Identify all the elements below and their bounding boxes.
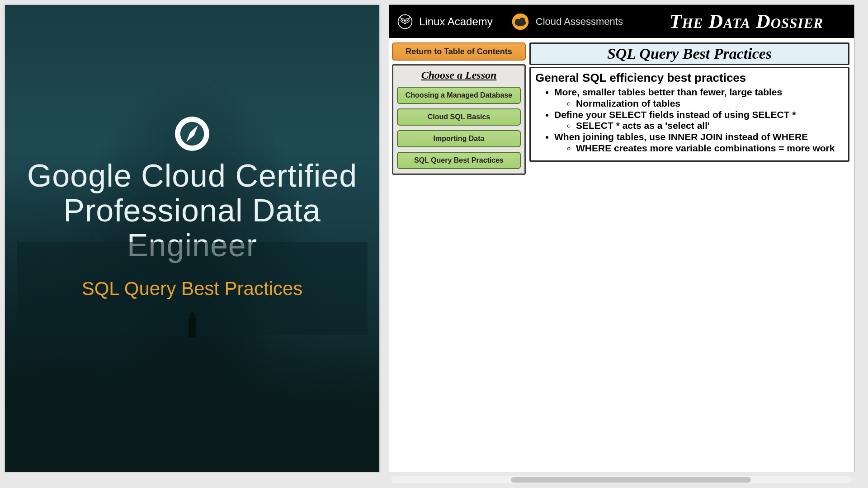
sub-bullet-item: SELECT * acts as a 'select all' bbox=[576, 120, 844, 131]
bullet-item: Define your SELECT fields instead of usi… bbox=[554, 109, 844, 132]
choose-lesson-panel: Choose a Lesson Choosing a Managed Datab… bbox=[392, 64, 526, 175]
course-cover-slide: Google Cloud Certified Professional Data… bbox=[5, 5, 380, 472]
linux-academy-label: Linux Academy bbox=[419, 15, 493, 28]
dossier-title: The Data Dossier bbox=[670, 10, 823, 33]
return-to-toc-button[interactable]: Return to Table of Contents bbox=[392, 42, 526, 61]
bullet-list: More, smaller tables better than fewer, … bbox=[554, 87, 844, 154]
svg-marker-9 bbox=[404, 22, 406, 23]
lesson-button[interactable]: SQL Query Best Practices bbox=[397, 152, 521, 169]
svg-point-7 bbox=[402, 20, 403, 21]
dossier-pane: Linux Academy Cloud Assessments The Data… bbox=[389, 5, 854, 472]
bullet-text: When joining tables, use INNER JOIN inst… bbox=[554, 131, 808, 142]
svg-point-13 bbox=[519, 17, 525, 23]
compass-icon bbox=[175, 117, 209, 151]
course-subtitle: SQL Query Best Practices bbox=[82, 278, 303, 300]
person-silhouette-icon bbox=[187, 312, 198, 348]
bullet-text: Define your SELECT fields instead of usi… bbox=[554, 109, 796, 120]
choose-lesson-heading: Choose a Lesson bbox=[397, 69, 521, 81]
cloud-assessments-icon bbox=[511, 13, 529, 31]
return-to-toc-label: Return to Table of Contents bbox=[406, 47, 512, 56]
lesson-label: Importing Data bbox=[434, 135, 485, 143]
svg-point-3 bbox=[190, 132, 194, 136]
svg-point-4 bbox=[398, 14, 412, 28]
content-box: General SQL efficiency best practices Mo… bbox=[529, 67, 849, 162]
svg-point-8 bbox=[407, 20, 408, 21]
lesson-label: Cloud SQL Basics bbox=[428, 113, 490, 121]
right-horizontal-scrollbar[interactable] bbox=[391, 476, 852, 483]
lesson-label: Choosing a Managed Database bbox=[406, 91, 513, 99]
lesson-button[interactable]: Choosing a Managed Database bbox=[397, 87, 521, 104]
bullet-text: More, smaller tables better than fewer, … bbox=[554, 87, 782, 97]
bullet-item: More, smaller tables better than fewer, … bbox=[554, 87, 844, 109]
sub-bullet-item: Normalization of tables bbox=[576, 98, 844, 109]
sub-bullet-item: WHERE creates more variable combinations… bbox=[576, 143, 844, 154]
cloud-assessments-label: Cloud Assessments bbox=[536, 16, 623, 28]
content-title-bar: SQL Query Best Practices bbox=[529, 42, 849, 65]
content-title: SQL Query Best Practices bbox=[607, 45, 772, 62]
top-bar: Linux Academy Cloud Assessments The Data… bbox=[389, 5, 854, 38]
bullet-item: When joining tables, use INNER JOIN inst… bbox=[554, 131, 844, 154]
lesson-label: SQL Query Best Practices bbox=[414, 156, 504, 164]
lesson-button[interactable]: Importing Data bbox=[397, 130, 521, 147]
lesson-button[interactable]: Cloud SQL Basics bbox=[397, 108, 521, 126]
content-subheading: General SQL efficiency best practices bbox=[535, 71, 844, 85]
topbar-divider bbox=[502, 12, 502, 32]
course-title-line1: Google Cloud Certified bbox=[5, 159, 379, 193]
linux-academy-owl-icon bbox=[397, 14, 413, 29]
